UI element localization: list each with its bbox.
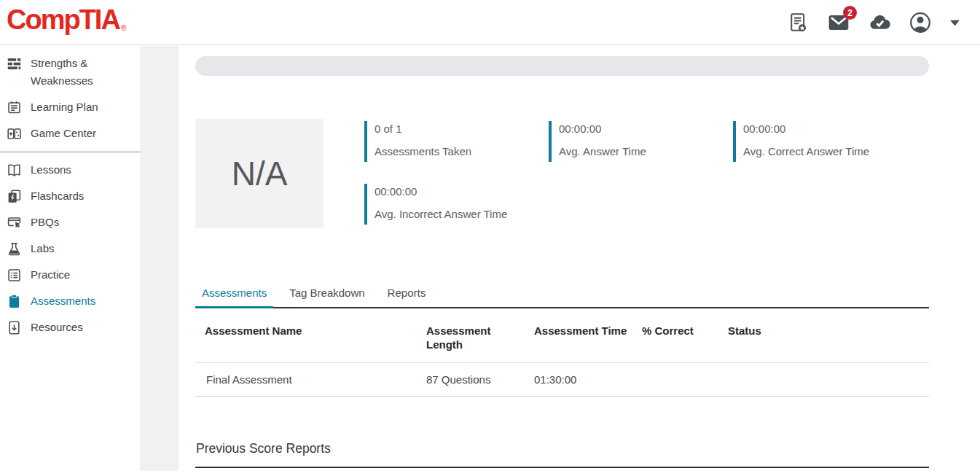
flashcards-icon [7,189,22,204]
stat-value: 00:00:00 [375,185,507,198]
sidebar-item-assessments[interactable]: Assessments [0,289,141,315]
overall-progress-bar [195,56,929,76]
strengths-weaknesses-icon [7,56,22,71]
document-star-icon [787,12,809,34]
unread-messages-badge: 2 [843,6,857,20]
app-window: CompTIA ® 2 [0,0,980,471]
comptia-logo[interactable]: CompTIA ® [7,4,126,36]
avatar-icon [909,11,932,34]
tab-assessments[interactable]: Assessments [195,287,273,308]
account-dropdown-caret[interactable] [949,11,961,34]
stat-value: 00:00:00 [743,122,869,135]
account-menu-icon[interactable] [909,11,932,34]
tab-reports[interactable]: Reports [381,287,433,308]
column-header-assessment-length: Assessment Length [426,324,534,351]
stat-label: Avg. Correct Answer Time [743,145,869,157]
column-header-status: Status [728,324,929,351]
learning-plan-icon [7,100,22,115]
tab-tag-breakdown[interactable]: Tag Breakdown [283,287,371,308]
stat-value: 0 of 1 [375,122,471,135]
sidebar-item-learning-plan[interactable]: Learning Plan [0,95,141,121]
sidebar-item-practice[interactable]: Practice [0,262,141,289]
sidebar-item-label: Labs [31,240,55,257]
lessons-icon [7,163,22,178]
column-header-percent-correct: % Correct [642,324,728,351]
sidebar-item-label: Assessments [31,292,95,310]
stat-avg-incorrect-answer-time: 00:00:00 Avg. Incorrect Answer Time [364,184,507,225]
sidebar-item-label: Resources [31,319,83,336]
stat-avg-answer-time: 00:00:00 Avg. Answer Time [549,121,646,162]
sidebar-item-flashcards[interactable]: Flashcards [0,184,141,210]
messages-icon[interactable]: 2 [827,11,850,34]
sidebar-item-label: Game Center [31,125,96,142]
sidebar-item-label: Strengths & Weaknesses [31,55,136,90]
stat-avg-correct-answer-time: 00:00:00 Avg. Correct Answer Time [733,121,869,162]
cell-assessment-length: 87 Questions [426,373,534,386]
stat-label: Assessments Taken [375,145,471,157]
sidebar-item-pbqs[interactable]: PBQs [0,210,141,236]
sidebar-item-labs[interactable]: Labs [0,236,141,262]
sidebar-section-divider [0,151,141,153]
practice-icon [7,268,22,283]
labs-icon [7,241,22,257]
chevron-down-icon [949,19,960,27]
registered-trademark: ® [121,24,126,32]
header-icon-bar: 2 [786,0,961,45]
table-header-row: Assessment Name Assessment Length Assess… [195,308,929,363]
content-tabs: Assessments Tag Breakdown Reports [195,287,432,308]
sidebar-item-resources[interactable]: Resources [0,315,141,341]
sidebar-item-label: Learning Plan [31,98,98,116]
assessments-table: Assessment Name Assessment Length Assess… [195,308,929,397]
assessments-icon [7,294,22,309]
stat-value: 00:00:00 [559,122,646,135]
stat-assessments-taken: 0 of 1 Assessments Taken [364,121,471,162]
sidebar-item-label: PBQs [31,214,59,231]
sidebar-item-label: Lessons [31,161,71,179]
stat-label: Avg. Incorrect Answer Time [375,208,507,220]
content-gutter [142,46,179,471]
previous-score-reports-heading: Previous Score Reports [196,441,331,456]
sidebar-item-game-center[interactable]: Game Center [0,121,141,147]
sync-status-icon[interactable] [868,11,891,34]
column-header-assessment-name: Assessment Name [195,324,426,351]
cloud-check-icon [868,10,891,35]
overall-score-value: N/A [232,154,288,193]
resources-icon [7,320,22,335]
top-header: CompTIA ® 2 [0,0,980,45]
logo-text: CompTIA [7,4,119,36]
cell-assessment-name: Final Assessment [195,373,426,386]
pbqs-icon [7,215,22,230]
column-header-assessment-time: Assessment Time [534,324,642,351]
sidebar-item-lessons[interactable]: Lessons [0,157,141,184]
previous-score-reports-divider [195,467,929,468]
cell-assessment-time: 01:30:00 [534,373,642,386]
main-content: N/A 0 of 1 Assessments Taken 00:00:00 Av… [179,45,980,471]
stat-label: Avg. Answer Time [559,145,646,157]
sidebar-item-label: Flashcards [31,187,84,205]
sidebar-item-label: Practice [31,266,70,284]
sidebar-item-strengths-weaknesses[interactable]: Strengths & Weaknesses [0,51,141,95]
sidebar-nav: Strengths & Weaknesses Learning Plan [0,46,141,471]
game-center-icon [7,126,22,141]
score-report-icon[interactable] [786,11,810,34]
overall-score-box: N/A [195,119,324,228]
table-row-final-assessment[interactable]: Final Assessment 87 Questions 01:30:00 [195,363,929,397]
